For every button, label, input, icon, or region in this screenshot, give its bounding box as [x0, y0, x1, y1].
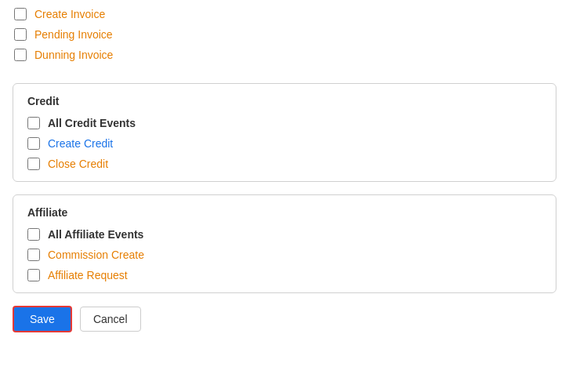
invoice-partial: Create Invoice Pending Invoice Dunning I…	[13, 8, 556, 71]
create-credit-checkbox[interactable]	[27, 137, 40, 150]
affiliate-section-title: Affiliate	[27, 206, 542, 219]
affiliate-request-label[interactable]: Affiliate Request	[48, 269, 128, 281]
affiliate-request-checkbox[interactable]	[27, 269, 40, 281]
all-affiliate-events-checkbox[interactable]	[27, 228, 40, 241]
pending-invoice-row: Pending Invoice	[13, 28, 556, 41]
save-button[interactable]: Save	[13, 306, 72, 332]
dunning-invoice-checkbox[interactable]	[14, 49, 27, 61]
dunning-invoice-label[interactable]: Dunning Invoice	[34, 49, 113, 61]
commission-create-checkbox[interactable]	[27, 249, 40, 261]
pending-invoice-checkbox[interactable]	[14, 28, 27, 41]
affiliate-request-row: Affiliate Request	[27, 269, 542, 281]
create-invoice-row: Create Invoice	[13, 8, 556, 20]
all-credit-events-row: All Credit Events	[27, 117, 542, 129]
pending-invoice-label[interactable]: Pending Invoice	[34, 28, 113, 41]
close-credit-row: Close Credit	[27, 158, 542, 170]
create-credit-label[interactable]: Create Credit	[48, 137, 113, 150]
create-invoice-label[interactable]: Create Invoice	[34, 8, 105, 20]
affiliate-section: Affiliate All Affiliate Events Commissio…	[13, 194, 556, 293]
cancel-button[interactable]: Cancel	[80, 307, 141, 332]
commission-create-row: Commission Create	[27, 249, 542, 261]
credit-section: Credit All Credit Events Create Credit C…	[13, 83, 556, 182]
commission-create-label[interactable]: Commission Create	[48, 249, 144, 261]
all-credit-events-checkbox[interactable]	[27, 117, 40, 129]
all-affiliate-events-row: All Affiliate Events	[27, 228, 542, 241]
close-credit-checkbox[interactable]	[27, 158, 40, 170]
all-credit-events-label[interactable]: All Credit Events	[48, 117, 136, 129]
form-actions: Save Cancel	[13, 306, 556, 332]
create-credit-row: Create Credit	[27, 137, 542, 150]
dunning-invoice-row: Dunning Invoice	[13, 49, 556, 61]
create-invoice-checkbox[interactable]	[14, 8, 27, 20]
credit-section-title: Credit	[27, 95, 542, 107]
close-credit-label[interactable]: Close Credit	[48, 158, 108, 170]
all-affiliate-events-label[interactable]: All Affiliate Events	[48, 228, 143, 241]
